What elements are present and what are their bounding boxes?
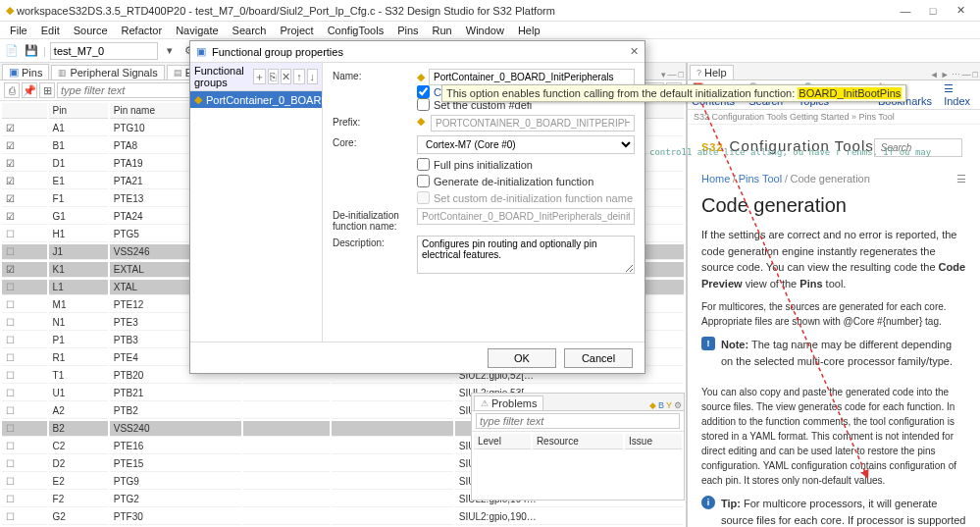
- set-custom-deinit-checkbox: [417, 191, 430, 204]
- prefix-input: [431, 115, 635, 132]
- full-pins-label: Full pins initialization: [434, 159, 533, 171]
- dialog-title: Functional group properties: [212, 46, 343, 58]
- maximize-view-icon[interactable]: □: [973, 70, 978, 79]
- tooltip: This option enables function calling fro…: [441, 84, 906, 102]
- name-input[interactable]: [429, 69, 635, 85]
- table-row[interactable]: G2PTF30SIUL2:gpio,190…: [2, 509, 684, 525]
- tab-pins[interactable]: ▣Pins: [2, 64, 49, 79]
- more-icon[interactable]: ⋯: [952, 70, 960, 79]
- menu-edit[interactable]: Edit: [35, 24, 66, 37]
- help-crumbs: Home / Pins Tool / Code generation ☰: [701, 173, 966, 184]
- view-icon[interactable]: ⊞: [39, 82, 55, 98]
- problems-filter-input[interactable]: [476, 413, 680, 429]
- menu-window[interactable]: Window: [460, 24, 510, 37]
- view-menu-icon[interactable]: ▾: [661, 70, 666, 79]
- warning-icon: ◆: [417, 115, 425, 128]
- menu-search[interactable]: Search: [227, 24, 273, 37]
- down-group-icon[interactable]: ↓: [307, 69, 318, 84]
- new-icon[interactable]: 📄: [4, 43, 20, 59]
- forward-icon[interactable]: ►: [941, 70, 950, 79]
- core-select[interactable]: Cortex-M7 (Core #0): [417, 135, 635, 154]
- minimize-view-icon[interactable]: —: [962, 70, 971, 79]
- back-icon[interactable]: ◄: [930, 70, 939, 79]
- menu-icon[interactable]: ☰: [956, 173, 966, 185]
- col-issue[interactable]: Issue: [625, 434, 682, 449]
- up-group-icon[interactable]: ↑: [293, 69, 304, 84]
- close-button[interactable]: ✕: [947, 2, 974, 20]
- menu-help[interactable]: Help: [512, 24, 546, 37]
- delete-group-icon[interactable]: ✕: [281, 69, 291, 84]
- crumb-pins[interactable]: Pins Tool: [739, 173, 782, 184]
- dialog-icon: ▣: [196, 45, 206, 58]
- deinit-name-label: De-initialization function name:: [333, 208, 411, 232]
- menu-refactor[interactable]: Refactor: [116, 24, 169, 37]
- set-custom-deinit-label: Set custom de-initialization function na…: [434, 192, 633, 204]
- called-by-default-checkbox[interactable]: [417, 85, 430, 98]
- col-level[interactable]: Level: [474, 434, 531, 449]
- filter-icon[interactable]: ⎙: [4, 82, 20, 98]
- prefix-label: Prefix:: [333, 115, 411, 128]
- tip-callout: i Tip: For multicore processors, it will…: [701, 496, 966, 527]
- crumb-codegen: Code generation: [790, 173, 869, 184]
- tab-peripheral-signals[interactable]: ▥Peripheral Signals: [51, 65, 164, 79]
- filter-y-icon[interactable]: Y: [666, 400, 672, 410]
- crumb-home[interactable]: Home: [701, 173, 730, 184]
- menu-pins[interactable]: Pins: [391, 24, 424, 37]
- core-label: Core:: [333, 135, 411, 148]
- pin-icon[interactable]: 📌: [22, 82, 37, 98]
- help-para-2: For multicores, the sources are generate…: [701, 299, 966, 329]
- add-group-icon[interactable]: ＋: [253, 69, 266, 84]
- tab-help[interactable]: ?Help: [690, 65, 734, 79]
- set-custom-define-checkbox[interactable]: [417, 98, 430, 111]
- dialog-close-button[interactable]: ✕: [630, 45, 639, 58]
- note-icon: !: [701, 337, 715, 350]
- tip-icon: i: [701, 496, 715, 509]
- minimize-view-icon[interactable]: —: [668, 70, 677, 79]
- menu-source[interactable]: Source: [68, 24, 114, 37]
- window-title: workspaceS32DS.3.5_RTD400P20 - test_M7_0…: [17, 5, 555, 17]
- help-para-3: You can also copy and paste the generate…: [701, 385, 966, 488]
- name-label: Name:: [333, 69, 411, 81]
- description-label: Description:: [333, 236, 411, 248]
- help-para-1: If the settings are correct and no error…: [701, 227, 966, 291]
- cancel-button[interactable]: Cancel: [564, 348, 633, 368]
- deinit-name-input: [417, 208, 635, 225]
- code-snippet: contro11 able lice alling, ou have r ren…: [649, 147, 931, 158]
- full-pins-checkbox[interactable]: [417, 158, 430, 171]
- menu-file[interactable]: File: [4, 24, 33, 37]
- menubar: File Edit Source Refactor Navigate Searc…: [0, 22, 980, 39]
- maximize-button[interactable]: □: [919, 2, 947, 20]
- help-breadcrumb: S32 Configuration Tools Getting Started …: [688, 110, 980, 125]
- maximize-view-icon[interactable]: □: [679, 70, 684, 79]
- copy-group-icon[interactable]: ⎘: [268, 69, 279, 84]
- warning-icon: ◆: [417, 71, 425, 83]
- problems-table: Level Resource Issue: [472, 432, 684, 451]
- col-pin[interactable]: Pin: [49, 103, 108, 119]
- dropdown-icon[interactable]: ▾: [162, 43, 178, 59]
- warning-icon: ◆: [194, 93, 202, 106]
- menu-navigate[interactable]: Navigate: [170, 24, 224, 37]
- menu-run[interactable]: Run: [427, 24, 458, 37]
- help-index-link[interactable]: ☰ Index: [944, 82, 976, 107]
- save-icon[interactable]: 💾: [24, 43, 39, 59]
- gen-deinit-label: Generate de-initialization function: [434, 176, 593, 187]
- project-field[interactable]: test_M7_0: [50, 42, 158, 60]
- menu-configtools[interactable]: ConfigTools: [322, 24, 389, 37]
- description-input[interactable]: Configures pin routing and optionally pi…: [417, 236, 635, 274]
- settings-icon[interactable]: ⚙: [674, 400, 682, 410]
- functional-groups-header: Functional groups: [194, 65, 251, 88]
- ok-button[interactable]: OK: [488, 348, 556, 368]
- logo-icon: ◆: [6, 4, 14, 17]
- functional-group-item[interactable]: ◆ PortContainer_0_BOARD_InitPeripherals: [190, 91, 322, 108]
- filter-warn-icon[interactable]: ◆: [649, 400, 656, 410]
- tab-problems[interactable]: ⚠Problems: [474, 395, 543, 410]
- filter-b-icon[interactable]: B: [658, 400, 664, 410]
- note-callout: ! Note: The tag name may be different de…: [701, 337, 966, 377]
- col-resource[interactable]: Resource: [533, 434, 623, 449]
- help-heading: Code generation: [701, 194, 966, 217]
- minimize-button[interactable]: —: [892, 2, 919, 20]
- menu-project[interactable]: Project: [274, 24, 319, 37]
- gen-deinit-checkbox[interactable]: [417, 175, 430, 187]
